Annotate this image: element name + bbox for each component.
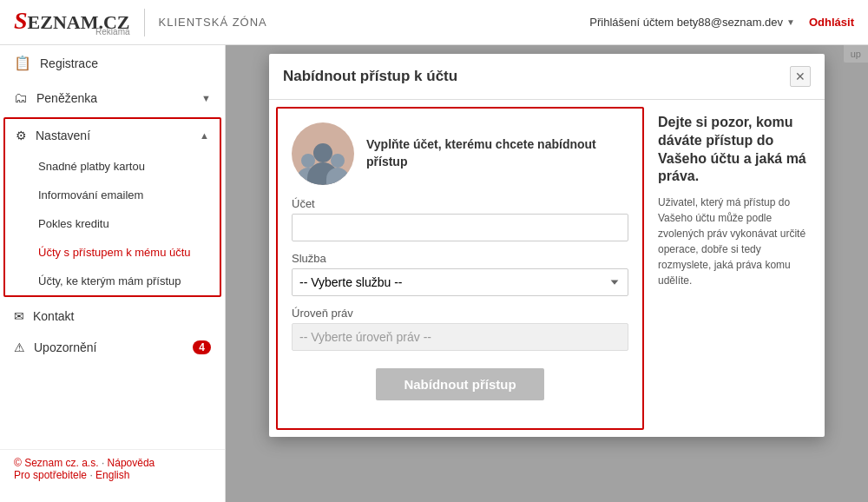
account-form-group: Účet — [292, 197, 628, 241]
side-right-head — [331, 154, 345, 168]
main-layout: 📋 Registrace 🗂 Peněženka ▼ ⚙ Nastavení ▲… — [0, 45, 868, 502]
logo-area: SEZNAM.CZ Reklama — [14, 9, 130, 36]
penezenka-icon: 🗂 — [14, 90, 28, 106]
sidebar-sub-pokles[interactable]: Pokles kreditu — [5, 209, 220, 238]
submit-button[interactable]: Nabídnout přístup — [376, 368, 543, 400]
sidebar-sub-ucty-mam-pristup[interactable]: Účty, ke kterým mám přístup — [5, 267, 220, 295]
service-form-group: Služba -- Vyberte službu -- — [292, 252, 628, 296]
registrace-icon: 📋 — [14, 55, 31, 71]
sidebar-item-upozorneni[interactable]: ⚠ Upozornění 4 — [0, 332, 225, 363]
account-input[interactable] — [292, 214, 628, 241]
header-right: Přihlášení účtem bety88@seznam.dev ▼ Odh… — [589, 16, 854, 29]
sidebar-item-penezenka-label: Peněženka — [36, 91, 97, 105]
sidebar-sub-ucty-pristup[interactable]: Účty s přístupem k mému účtu — [5, 238, 220, 267]
header-divider — [144, 9, 145, 36]
kontakt-icon: ✉ — [14, 309, 24, 323]
rights-placeholder-text: -- Vyberte úroveň práv -- — [299, 330, 431, 344]
nastaveni-icon: ⚙ — [16, 129, 27, 142]
service-label: Služba — [292, 252, 628, 265]
sidebar-sub-informovani[interactable]: Informování emailem — [5, 181, 220, 209]
account-info[interactable]: Přihlášení účtem bety88@seznam.dev ▼ — [589, 16, 795, 29]
nastaveni-arrow-icon: ▲ — [200, 130, 209, 141]
penezenka-arrow-icon: ▼ — [201, 93, 211, 103]
sidebar-sub-snadne-platby[interactable]: Snadné platby kartou — [5, 152, 220, 181]
logo-s: S — [14, 7, 28, 34]
sidebar-item-kontakt-label: Kontakt — [33, 309, 74, 323]
avatar-section: Vyplňte účet, kterému chcete nabídnout p… — [292, 122, 628, 185]
footer-line2: Pro spotřebitele · English — [14, 469, 129, 481]
footer-line1: © Seznam cz. a.s. · Nápověda — [14, 457, 155, 469]
sidebar-item-registrace-label: Registrace — [40, 56, 98, 70]
zone-label: KLIENTSKÁ ZÓNA — [159, 16, 267, 29]
account-label: Účet — [292, 197, 628, 210]
modal-dialog: Nabídnout přístup k účtu ✕ — [269, 54, 825, 437]
footer-consumer-link[interactable]: Pro spotřebitele — [14, 469, 87, 481]
sidebar-top: 📋 Registrace 🗂 Peněženka ▼ ⚙ Nastavení ▲… — [0, 45, 225, 363]
avatar — [292, 122, 354, 185]
app-header: SEZNAM.CZ Reklama KLIENTSKÁ ZÓNA Přihláš… — [0, 0, 868, 45]
sidebar-footer: © Seznam cz. a.s. · Nápověda Pro spotřeb… — [0, 449, 225, 488]
sidebar-item-kontakt[interactable]: ✉ Kontakt — [0, 299, 225, 332]
logout-button[interactable]: Odhlásit — [809, 16, 854, 29]
modal-header: Nabídnout přístup k účtu ✕ — [269, 54, 825, 100]
footer-language-link[interactable]: English — [95, 469, 129, 481]
rights-form-group: Úroveň práv -- Vyberte úroveň práv -- — [292, 307, 628, 351]
service-select[interactable]: -- Vyberte službu -- — [292, 268, 628, 296]
footer-company-link[interactable]: © Seznam cz. a.s. — [14, 457, 99, 469]
avatar-side-right — [326, 154, 349, 185]
sidebar-item-nastaveni[interactable]: ⚙ Nastavení ▲ — [5, 119, 220, 152]
sidebar: 📋 Registrace 🗂 Peněženka ▼ ⚙ Nastavení ▲… — [0, 45, 226, 502]
sidebar-item-penezenka[interactable]: 🗂 Peněženka ▼ — [0, 81, 225, 116]
sidebar-item-upozorneni-label: Upozornění — [34, 340, 96, 354]
account-arrow-icon: ▼ — [786, 17, 795, 27]
logo: SEZNAM.CZ Reklama — [14, 9, 130, 36]
content-area: up Nabídnout přístup k účtu ✕ — [226, 45, 868, 502]
warning-text: Uživatel, který má přístup do Vašeho účt… — [658, 195, 811, 288]
rights-label: Úroveň práv — [292, 307, 628, 320]
modal-overlay: Nabídnout přístup k účtu ✕ — [226, 45, 868, 502]
sidebar-item-nastaveni-label: Nastavení — [36, 129, 90, 142]
modal-body: Vyplňte účet, kterému chcete nabídnout p… — [269, 100, 825, 437]
modal-warning-section: Dejte si pozor, komu dáváte přístup do V… — [651, 100, 825, 437]
modal-submit-area: Nabídnout přístup — [292, 361, 628, 414]
upozorneni-icon: ⚠ — [14, 340, 25, 354]
modal-close-button[interactable]: ✕ — [790, 66, 811, 87]
warning-title: Dejte si pozor, komu dáváte přístup do V… — [658, 114, 811, 186]
avatar-description: Vyplňte účet, kterému chcete nabídnout p… — [366, 136, 628, 170]
rights-disabled-input: -- Vyberte úroveň práv -- — [292, 323, 628, 351]
modal-title: Nabídnout přístup k účtu — [283, 68, 457, 85]
modal-form-section: Vyplňte účet, kterému chcete nabídnout p… — [276, 107, 644, 430]
footer-sep1: · — [102, 457, 108, 469]
footer-help-link[interactable]: Nápověda — [108, 457, 155, 469]
upozorneni-badge: 4 — [193, 340, 211, 354]
sidebar-nastaveni-section: ⚙ Nastavení ▲ Snadné platby kartou Infor… — [3, 117, 221, 297]
side-right-body — [326, 168, 349, 185]
sidebar-item-registrace[interactable]: 📋 Registrace — [0, 45, 225, 81]
sidebar-footer-area: © Seznam cz. a.s. · Nápověda Pro spotřeb… — [0, 439, 225, 495]
account-label: Přihlášení účtem bety88@seznam.dev — [589, 16, 783, 29]
